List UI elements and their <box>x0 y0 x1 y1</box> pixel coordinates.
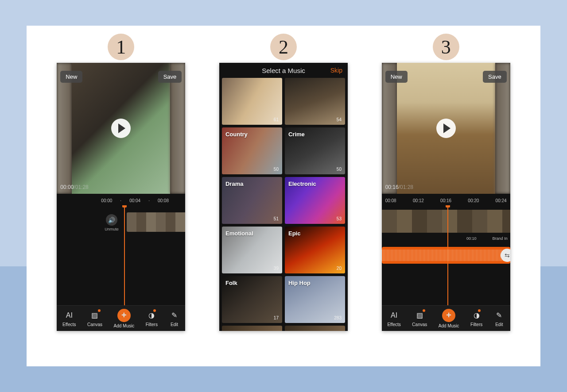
tile-count: 17 <box>274 315 279 320</box>
tile-count: 20 <box>337 266 342 271</box>
tile-count: 51 <box>274 216 279 221</box>
ruler-mark: 00:08 <box>385 198 396 203</box>
step-badge-1: 1 <box>108 34 134 60</box>
add-music-label: Add Music <box>113 323 134 328</box>
time-current: 00:16 <box>385 184 399 190</box>
filters-label: Filters <box>470 322 482 327</box>
tile-label: Electronic <box>288 181 316 187</box>
music-tile-partial[interactable] <box>222 326 282 331</box>
canvas-label: Canvas <box>412 322 427 327</box>
ruler-mark: 00:04 <box>129 198 140 203</box>
canvas-button[interactable]: ▨ Canvas <box>412 310 427 327</box>
ruler-mark: 00:20 <box>468 198 479 203</box>
notify-dot <box>478 309 481 312</box>
tile-count: 54 <box>337 117 342 122</box>
effects-button[interactable]: AI Effects <box>387 310 400 327</box>
play-icon[interactable] <box>111 119 131 138</box>
timeline-tracks[interactable]: 🔊 Unmute <box>57 205 185 309</box>
add-music-label: Add Music <box>439 323 459 328</box>
music-category-grid[interactable]: 61 54 Country 50 Crime 50 Drama 51 <box>219 78 348 331</box>
add-music-button[interactable]: + Add Music <box>113 309 134 328</box>
ruler-mark: 00:08 <box>158 198 169 203</box>
tile-label: Emotional <box>225 230 253 237</box>
timeline-ruler: 00:00 · 00:04 · 00:08 <box>101 194 185 205</box>
playhead[interactable] <box>447 205 448 309</box>
time-duration: 01:28 <box>400 184 413 190</box>
step-3: 3 00:16/01:28 New Save 00:08 00:12 00:16… <box>382 34 510 331</box>
skip-button[interactable]: Skip <box>330 67 342 74</box>
editor-screen-3: 00:16/01:28 New Save 00:08 00:12 00:16 0… <box>382 63 510 331</box>
tile-count: 53 <box>337 216 342 221</box>
music-tile[interactable]: Electronic 53 <box>285 177 345 224</box>
tile-count: 61 <box>274 117 279 122</box>
tile-count: 39 <box>274 266 279 271</box>
effects-icon: AI <box>64 310 74 321</box>
unmute-button[interactable]: 🔊 Unmute <box>105 214 119 231</box>
tile-label: Epic <box>288 230 300 237</box>
new-button[interactable]: New <box>385 71 408 83</box>
music-tile-partial[interactable] <box>285 326 345 331</box>
music-tile[interactable]: Emotional 39 <box>222 227 282 273</box>
bottom-toolbar: AI Effects ▨ Canvas + Add Music ◑ Filter… <box>382 305 510 331</box>
tutorial-stage: 1 00:00/01:28 New Save 00:00 · 00:04 · 0… <box>27 26 540 366</box>
music-tile[interactable]: 54 <box>285 78 345 125</box>
add-music-button[interactable]: + Add Music <box>439 309 459 328</box>
edit-label: Edit <box>495 322 503 327</box>
track-label: Brand In <box>493 236 508 241</box>
video-clip[interactable] <box>127 212 185 232</box>
notify-dot <box>153 309 156 312</box>
ruler-mark: 00:16 <box>440 198 451 203</box>
music-tile[interactable]: 61 <box>222 78 282 125</box>
track-time: 00:10 <box>466 236 477 241</box>
edit-label: Edit <box>171 322 178 327</box>
audio-clip[interactable] <box>382 247 510 264</box>
music-tile[interactable]: Country 50 <box>222 127 282 174</box>
ruler-mark: 00:24 <box>496 198 507 203</box>
filters-button[interactable]: ◑ Filters <box>470 310 482 327</box>
timecode: 00:00/01:28 <box>60 184 88 190</box>
music-tile[interactable]: Folk 17 <box>222 276 282 323</box>
unmute-label: Unmute <box>105 227 119 231</box>
speaker-icon: 🔊 <box>106 214 117 226</box>
music-tile[interactable]: Hip Hop 283 <box>285 276 345 323</box>
filters-label: Filters <box>146 322 158 327</box>
edit-icon: ✎ <box>169 310 180 321</box>
effects-icon: AI <box>389 310 400 321</box>
music-header: Select a Music Skip <box>219 63 348 78</box>
edit-button[interactable]: ✎ Edit <box>494 310 505 327</box>
play-icon[interactable] <box>436 119 456 138</box>
music-picker-screen: Select a Music Skip 61 54 Country 50 Cri… <box>219 63 348 331</box>
new-button[interactable]: New <box>60 71 82 83</box>
edit-icon: ✎ <box>494 310 505 321</box>
tile-label: Crime <box>288 131 305 138</box>
save-button[interactable]: Save <box>483 71 507 83</box>
effects-label: Effects <box>62 322 76 327</box>
video-clip[interactable] <box>382 210 510 233</box>
tile-label: Hip Hop <box>288 280 311 286</box>
music-tile[interactable]: Drama 51 <box>222 177 282 224</box>
time-duration: 01:28 <box>75 184 89 190</box>
edit-button[interactable]: ✎ Edit <box>169 310 180 327</box>
ruler-dot: · <box>120 198 121 203</box>
track-info: 00:10 Brand In <box>466 236 508 241</box>
step-badge-2: 2 <box>270 34 297 60</box>
bottom-toolbar: AI Effects ▨ Canvas + Add Music ◑ Filter… <box>57 305 185 331</box>
tile-count: 50 <box>274 167 279 172</box>
timeline-tracks[interactable]: 00:10 Brand In ⇆ <box>382 205 510 309</box>
step-1: 1 00:00/01:28 New Save 00:00 · 00:04 · 0… <box>57 34 185 331</box>
music-tile[interactable]: Crime 50 <box>285 127 345 174</box>
effects-label: Effects <box>387 322 400 327</box>
tile-label: Drama <box>225 181 243 187</box>
ruler-mark: 00:00 <box>101 198 112 203</box>
canvas-button[interactable]: ▨ Canvas <box>87 310 102 327</box>
editor-screen-1: 00:00/01:28 New Save 00:00 · 00:04 · 00:… <box>57 63 185 331</box>
save-button[interactable]: Save <box>158 71 182 83</box>
tile-count: 283 <box>334 315 342 320</box>
filters-button[interactable]: ◑ Filters <box>146 310 158 327</box>
step-2: 2 Select a Music Skip 61 54 Country 50 <box>219 34 348 331</box>
notify-dot <box>423 309 425 312</box>
playhead[interactable] <box>124 205 125 309</box>
notify-dot <box>98 309 101 312</box>
music-tile[interactable]: Epic 20 <box>285 227 345 273</box>
effects-button[interactable]: AI Effects <box>62 310 76 327</box>
